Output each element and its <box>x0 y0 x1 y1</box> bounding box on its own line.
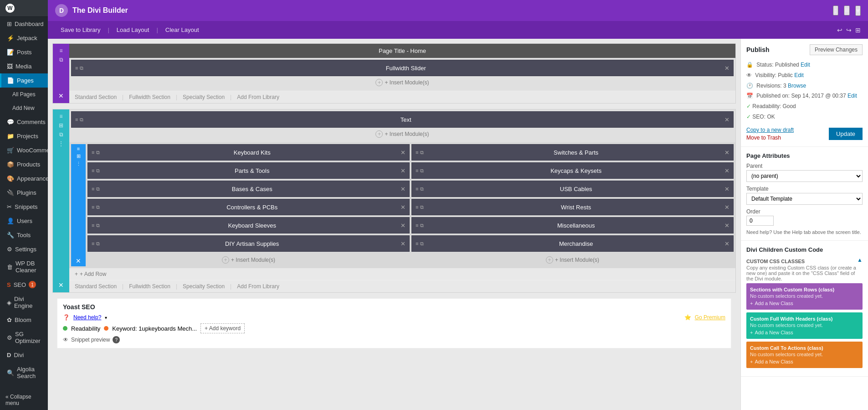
sidebar-item-plugins[interactable]: 🔌 Plugins <box>0 186 48 200</box>
sidebar-item-algolia[interactable]: 🔍 Algolia Search <box>0 362 48 383</box>
specialty-section-link-2[interactable]: Specialty Section <box>183 283 225 290</box>
sidebar-item-tools[interactable]: 🔧 Tools <box>0 228 48 242</box>
save-to-library-button[interactable]: Save to Library <box>55 25 106 35</box>
sidebar-item-appearance[interactable]: 🎨 Appearance <box>0 171 48 186</box>
sidebar-item-seo[interactable]: S SEO 1 <box>0 277 48 292</box>
controllers-pcbs-close[interactable]: ✕ <box>401 204 406 211</box>
insert-module-bar-left[interactable]: + + Insert Module(s) <box>87 254 410 266</box>
standard-section-link-1[interactable]: Standard Section <box>75 94 117 100</box>
preview-changes-button[interactable]: Preview Changes <box>810 44 863 55</box>
sidebar-collapse[interactable]: « Collapse menu <box>0 390 48 410</box>
add-from-library-link-1[interactable]: Add From Library <box>237 94 279 100</box>
sidebar-item-sg-optimizer[interactable]: ⚙ SG Optimizer <box>0 327 48 348</box>
bases-cases-close[interactable]: ✕ <box>401 186 406 192</box>
sidebar-item-all-pages[interactable]: All Pages <box>0 88 48 101</box>
divi-header-arrows-icon[interactable]: ↕ <box>833 5 838 16</box>
section-1-copy-icon[interactable]: ⧉ <box>59 57 63 63</box>
add-keyword-button[interactable]: + Add keyword <box>200 323 245 333</box>
custom-css-collapse-icon[interactable]: ▲ <box>857 257 863 263</box>
text-module-close[interactable]: ✕ <box>724 116 729 123</box>
sidebar-item-comments[interactable]: 💬 Comments <box>0 115 48 129</box>
bases-cases-module[interactable]: ≡ ⧉ Bases & Cases ✕ <box>87 181 410 197</box>
cc3-add-button[interactable]: + Add a New Class <box>750 359 793 364</box>
sidebar-item-projects[interactable]: 📁 Projects <box>0 129 48 143</box>
sidebar-item-woocommerce[interactable]: 🛒 WooCommerce <box>0 143 48 157</box>
row-grid-icon[interactable]: ⊞ <box>77 153 81 159</box>
cc1-add-button[interactable]: + Add a New Class <box>750 301 793 306</box>
fullwidth-section-link-2[interactable]: Fullwidth Section <box>129 283 170 290</box>
sidebar-item-divi[interactable]: D Divi <box>0 348 48 362</box>
diy-artisan-close[interactable]: ✕ <box>401 240 406 247</box>
sidebar-item-settings[interactable]: ⚙ Settings <box>0 242 48 256</box>
wrist-rests-module[interactable]: ≡ ⧉ Wrist Rests ✕ <box>411 199 734 215</box>
keyboard-sleeves-close[interactable]: ✕ <box>401 222 406 229</box>
merchandise-close[interactable]: ✕ <box>724 240 729 247</box>
published-edit-link[interactable]: Edit <box>847 93 857 99</box>
usb-cables-module[interactable]: ≡ ⧉ USB Cables ✕ <box>411 181 734 197</box>
redo-button[interactable]: ↪ <box>846 26 852 34</box>
fullwidth-slider-close[interactable]: ✕ <box>724 65 729 72</box>
yoast-need-help-link[interactable]: Need help? <box>73 314 101 321</box>
load-layout-button[interactable]: Load Layout <box>111 25 155 35</box>
sidebar-item-pages[interactable]: 📄 Pages <box>0 73 48 88</box>
copy-draft-link[interactable]: Copy to a new draft <box>746 127 794 133</box>
miscellaneous-module[interactable]: ≡ ⧉ Miscellaneous ✕ <box>411 217 734 234</box>
sidebar-item-users[interactable]: 👤 Users <box>0 214 48 228</box>
specialty-section-link-1[interactable]: Specialty Section <box>183 94 225 100</box>
row-hamburger-icon[interactable]: ≡ <box>77 146 80 151</box>
move-trash-link[interactable]: Move to Trash <box>746 135 781 141</box>
parts-tools-close[interactable]: ✕ <box>401 167 406 174</box>
section-1-close-icon[interactable]: ✕ <box>58 92 64 99</box>
parts-tools-module[interactable]: ≡ ⧉ Parts & Tools ✕ <box>87 162 410 179</box>
status-edit-link[interactable]: Edit <box>801 62 810 68</box>
parent-select[interactable]: (no parent) <box>746 170 863 182</box>
row-close-icon[interactable]: ✕ <box>76 257 81 265</box>
sidebar-item-add-new[interactable]: Add New <box>0 101 48 115</box>
keyboard-kits-module[interactable]: ≡ ⧉ Keyboard Kits ✕ <box>87 144 410 161</box>
merchandise-module[interactable]: ≡ ⧉ Merchandise ✕ <box>411 235 734 252</box>
section-2-copy-icon[interactable]: ⧉ <box>59 131 63 138</box>
fullwidth-slider-module[interactable]: ≡ ⧉ Fullwidth Slider ✕ <box>71 60 734 76</box>
section-2-cols-icon[interactable]: ⋮ <box>58 140 64 147</box>
sidebar-item-dashboard[interactable]: ⊞ Dashboard <box>0 17 48 31</box>
sidebar-item-jetpack[interactable]: ⚡ Jetpack <box>0 31 48 45</box>
switches-parts-close[interactable]: ✕ <box>724 149 729 156</box>
section-2-hamburger-icon[interactable]: ≡ <box>59 113 62 119</box>
controllers-pcbs-module[interactable]: ≡ ⧉ Controllers & PCBs ✕ <box>87 199 410 215</box>
diy-artisan-module[interactable]: ≡ ⧉ DIY Artisan Supplies ✕ <box>87 235 410 252</box>
sidebar-item-snippets[interactable]: ✂ Snippets <box>0 200 48 214</box>
keycaps-keysets-close[interactable]: ✕ <box>724 167 729 174</box>
order-input[interactable] <box>746 216 774 226</box>
standard-section-link-2[interactable]: Standard Section <box>75 283 117 290</box>
sidebar-item-bloom[interactable]: ✿ Bloom <box>0 313 48 327</box>
help-icon-circle[interactable]: ? <box>113 336 120 343</box>
yoast-go-premium-link[interactable]: Go Premium <box>695 314 725 321</box>
add-row-bar[interactable]: + + Add Row <box>69 268 735 280</box>
revisions-browse-link[interactable]: Browse <box>788 83 806 89</box>
sidebar-item-products[interactable]: 📦 Products <box>0 157 48 171</box>
cc2-add-button[interactable]: + Add a New Class <box>750 330 793 335</box>
sidebar-item-posts[interactable]: 📝 Posts <box>0 45 48 59</box>
add-from-library-link-2[interactable]: Add From Library <box>237 283 279 290</box>
insert-module-bar-text[interactable]: + + Insert Module(s) <box>71 128 734 140</box>
wrist-rests-close[interactable]: ✕ <box>724 204 729 211</box>
grid-button[interactable]: ⊞ <box>855 26 861 34</box>
keyboard-kits-close[interactable]: ✕ <box>401 149 406 156</box>
sidebar-item-wp-db-cleaner[interactable]: 🗑 WP DB Cleaner <box>0 256 48 277</box>
miscellaneous-close[interactable]: ✕ <box>724 222 729 229</box>
switches-parts-module[interactable]: ≡ ⧉ Switches & Parts ✕ <box>411 144 734 161</box>
sidebar-item-media[interactable]: 🖼 Media <box>0 59 48 73</box>
divi-header-chevron-icon[interactable]: ▾ <box>855 5 861 16</box>
section-1-hamburger-icon[interactable]: ≡ <box>59 47 62 54</box>
section-2-grid-icon[interactable]: ⊞ <box>59 122 63 129</box>
undo-button[interactable]: ↩ <box>837 26 842 34</box>
template-select[interactable]: Default Template <box>746 193 863 205</box>
visibility-edit-link[interactable]: Edit <box>794 72 804 78</box>
text-module[interactable]: ≡ ⧉ Text ✕ <box>71 111 734 128</box>
usb-cables-close[interactable]: ✕ <box>724 186 729 192</box>
insert-module-bar-1[interactable]: + + Insert Module(s) <box>71 76 734 89</box>
insert-module-bar-right[interactable]: + + Insert Module(s) <box>411 254 734 266</box>
sidebar-item-divi-engine[interactable]: ◈ Divi Engine <box>0 292 48 313</box>
section-2-close-icon[interactable]: ✕ <box>58 281 64 289</box>
clear-layout-button[interactable]: Clear Layout <box>160 25 205 35</box>
